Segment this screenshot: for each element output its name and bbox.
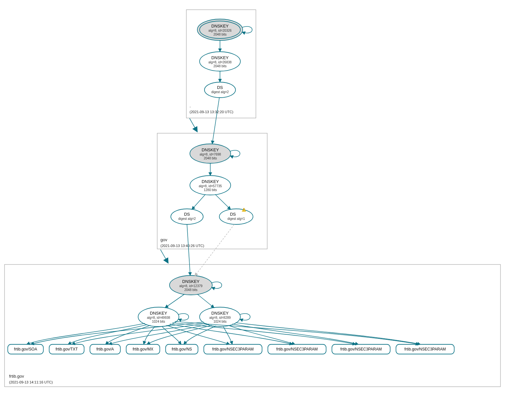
edge-frtibksk-self xyxy=(212,282,222,288)
svg-text:frtib.gov/NSEC3PARAM: frtib.gov/NSEC3PARAM xyxy=(212,347,254,351)
edge-govzsk-govds1 xyxy=(215,194,231,210)
svg-point-23 xyxy=(219,209,253,224)
rr-nsec3param-4[interactable]: frtib.gov/NSEC3PARAM xyxy=(396,344,454,354)
edge-govds1-frtibksk xyxy=(195,224,234,276)
rr-a[interactable]: frtib.gov/A xyxy=(90,344,120,354)
node-gov-ds1[interactable]: DS digest alg=1 ! xyxy=(219,208,253,224)
svg-text:DNSKEY: DNSKEY xyxy=(202,147,219,152)
svg-text:DS: DS xyxy=(217,85,223,90)
node-gov-ksk[interactable]: DNSKEY alg=8, id=7698 2048 bits xyxy=(190,144,231,163)
svg-text:frtib.gov/TXT: frtib.gov/TXT xyxy=(56,347,78,351)
svg-text:DNSKEY: DNSKEY xyxy=(150,311,167,316)
rr-ns[interactable]: frtib.gov/NS xyxy=(166,344,198,354)
rr-soa[interactable]: frtib.gov/SOA xyxy=(8,344,43,354)
svg-text:alg=8, id=49938: alg=8, id=49938 xyxy=(147,316,170,319)
svg-point-20 xyxy=(171,209,203,224)
edge-govds2-frtibksk xyxy=(187,224,190,275)
svg-point-9 xyxy=(204,82,236,98)
dnssec-graph: . (2021-09-13 13:32:20 UTC) DNSKEY alg=8… xyxy=(0,0,505,420)
edge-frtibz2-self xyxy=(240,314,250,320)
svg-text:alg=8, id=26838: alg=8, id=26838 xyxy=(208,60,232,64)
edge-delegation-root-gov xyxy=(190,118,197,132)
svg-text:frtib.gov/MX: frtib.gov/MX xyxy=(133,347,153,351)
svg-text:frtib.gov/NSEC3PARAM: frtib.gov/NSEC3PARAM xyxy=(276,347,318,351)
svg-text:digest alg=2: digest alg=2 xyxy=(211,90,229,94)
zone-frtib-box xyxy=(5,264,500,387)
edge-govksk-self xyxy=(230,150,240,157)
edge-govzsk-govds2 xyxy=(192,194,205,210)
rr-mx[interactable]: frtib.gov/MX xyxy=(126,344,160,354)
svg-text:frtib.gov/NSEC3PARAM: frtib.gov/NSEC3PARAM xyxy=(404,347,446,351)
node-gov-ds2[interactable]: DS digest alg=2 xyxy=(171,209,203,224)
svg-text:!: ! xyxy=(243,208,244,212)
edge-rootksk-self xyxy=(242,27,252,33)
svg-text:frtib.gov/SOA: frtib.gov/SOA xyxy=(14,347,37,351)
zone-frtib-ts: (2021-09-13 14:11:16 UTC) xyxy=(9,380,53,384)
node-root-ksk[interactable]: DNSKEY alg=8, id=20326 2048 bits xyxy=(197,19,243,40)
svg-text:2048 bits: 2048 bits xyxy=(204,156,217,160)
svg-text:digest alg=2: digest alg=2 xyxy=(178,217,196,221)
zone-gov-name: gov xyxy=(160,237,167,242)
zone-root-ts: (2021-09-13 13:32:20 UTC) xyxy=(190,110,233,114)
node-frtib-ksk[interactable]: DNSKEY alg=8, id=12379 2048 bits xyxy=(170,275,212,295)
rr-nsec3param-3[interactable]: frtib.gov/NSEC3PARAM xyxy=(332,344,390,354)
svg-text:DNSKEY: DNSKEY xyxy=(211,24,229,28)
svg-text:2048 bits: 2048 bits xyxy=(214,64,227,68)
svg-text:alg=8, id=7698: alg=8, id=7698 xyxy=(200,153,221,156)
rr-nsec3param-2[interactable]: frtib.gov/NSEC3PARAM xyxy=(268,344,326,354)
svg-text:DNSKEY: DNSKEY xyxy=(202,179,219,184)
node-root-ds[interactable]: DS digest alg=2 xyxy=(204,82,236,98)
svg-text:frtib.gov/NS: frtib.gov/NS xyxy=(172,347,192,351)
svg-text:alg=8, id=57735: alg=8, id=57735 xyxy=(199,184,222,188)
svg-text:digest alg=1: digest alg=1 xyxy=(227,217,245,221)
edge-delegation-gov-frtib xyxy=(160,250,168,263)
svg-text:frtib.gov/NSEC3PARAM: frtib.gov/NSEC3PARAM xyxy=(340,347,382,351)
rr-nsec3param-1[interactable]: frtib.gov/NSEC3PARAM xyxy=(204,344,262,354)
zone-root-name: . xyxy=(190,103,191,108)
edge-rootds-govksk xyxy=(212,98,219,144)
svg-text:alg=8, id=8289: alg=8, id=8289 xyxy=(209,316,231,319)
svg-text:alg=8, id=12379: alg=8, id=12379 xyxy=(179,284,203,288)
zone-gov-ts: (2021-09-13 13:40:26 UTC) xyxy=(160,244,204,248)
svg-text:1024 bits: 1024 bits xyxy=(214,320,227,323)
zone-frtib-name: frtib.gov xyxy=(9,374,24,379)
svg-text:frtib.gov/A: frtib.gov/A xyxy=(96,347,114,351)
node-gov-zsk[interactable]: DNSKEY alg=8, id=57735 1280 bits xyxy=(190,176,231,195)
edge-frtibksk-z2 xyxy=(197,294,214,308)
svg-text:2048 bits: 2048 bits xyxy=(214,33,227,36)
svg-text:1280 bits: 1280 bits xyxy=(204,188,217,192)
svg-text:DS: DS xyxy=(230,212,236,217)
svg-text:alg=8, id=20326: alg=8, id=20326 xyxy=(208,29,232,32)
node-root-zsk[interactable]: DNSKEY alg=8, id=26838 2048 bits xyxy=(200,52,240,71)
edge-frtibz1-self xyxy=(178,314,189,320)
svg-text:DS: DS xyxy=(184,212,190,217)
svg-text:1024 bits: 1024 bits xyxy=(152,320,165,323)
svg-text:2048 bits: 2048 bits xyxy=(184,288,198,292)
edge-frtibksk-z1 xyxy=(165,294,184,308)
rr-txt[interactable]: frtib.gov/TXT xyxy=(49,344,84,354)
svg-text:DNSKEY: DNSKEY xyxy=(211,311,229,316)
svg-text:DNSKEY: DNSKEY xyxy=(211,55,229,60)
svg-text:DNSKEY: DNSKEY xyxy=(182,279,200,284)
